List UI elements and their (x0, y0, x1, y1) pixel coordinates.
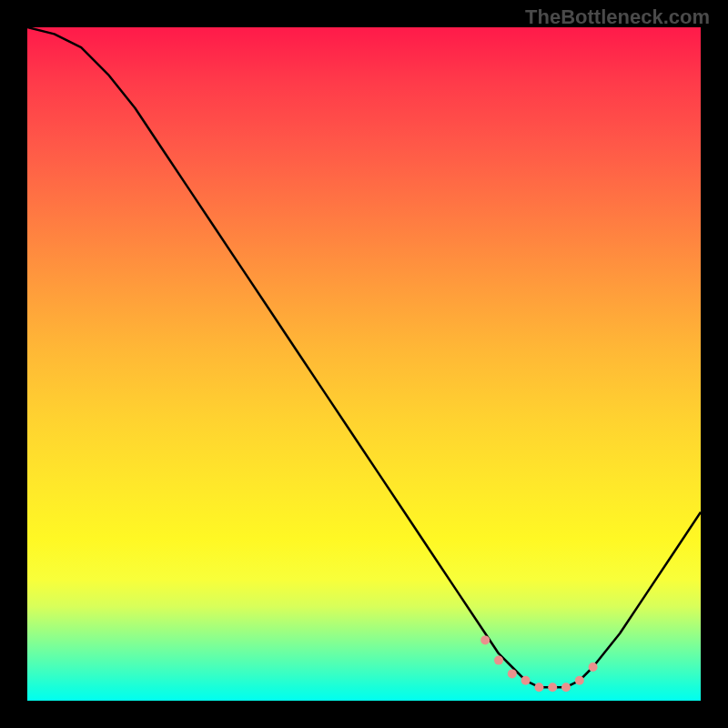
marker-dot (494, 656, 503, 665)
marker-dot (589, 662, 598, 672)
bottleneck-curve (27, 27, 701, 687)
highlight-markers (480, 635, 597, 692)
marker-dot (508, 669, 517, 678)
marker-dot (480, 635, 490, 644)
marker-dot (534, 682, 543, 692)
watermark-text: TheBottleneck.com (525, 5, 710, 29)
curve-svg (27, 27, 701, 701)
marker-dot (548, 682, 557, 692)
marker-dot (521, 676, 531, 685)
marker-dot (561, 682, 571, 692)
marker-dot (575, 676, 584, 685)
plot-area (27, 27, 701, 701)
